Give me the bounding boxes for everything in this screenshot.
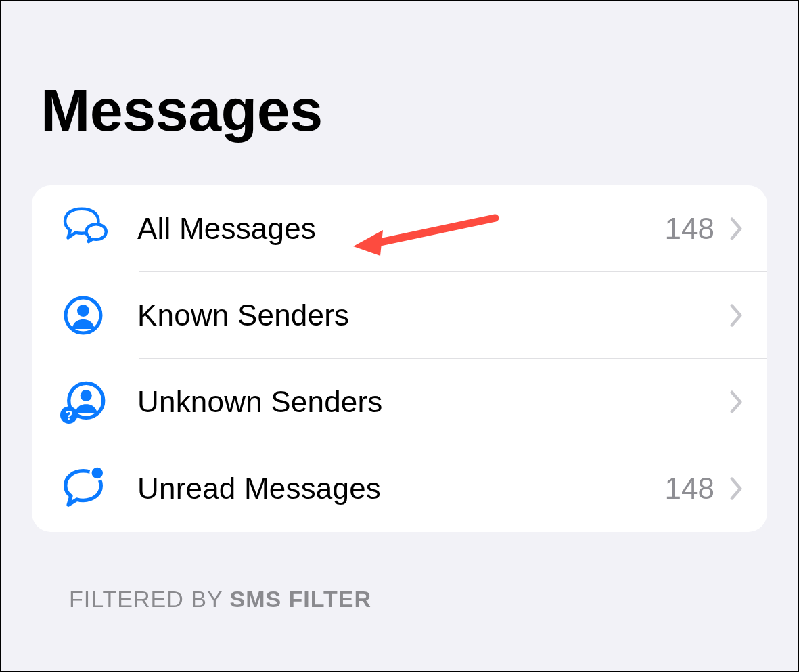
chevron-right-icon bbox=[729, 217, 744, 241]
filter-label: All Messages bbox=[112, 212, 665, 246]
bubble-unread-icon bbox=[55, 460, 112, 517]
filters-card: All Messages 148 Known Senders bbox=[32, 185, 767, 532]
filter-row-all-messages[interactable]: All Messages 148 bbox=[32, 185, 767, 272]
section-footer: FILTERED BY SMS FILTER bbox=[1, 532, 798, 612]
chevron-right-icon bbox=[729, 303, 744, 328]
filter-count: 148 bbox=[665, 472, 729, 506]
svg-point-6 bbox=[91, 466, 104, 480]
page-title: Messages bbox=[1, 1, 798, 145]
filter-label: Unread Messages bbox=[112, 472, 665, 506]
filter-row-known-senders[interactable]: Known Senders bbox=[32, 272, 767, 359]
filter-count: 148 bbox=[665, 212, 729, 246]
filter-label: Known Senders bbox=[112, 298, 714, 332]
svg-text:?: ? bbox=[65, 408, 73, 422]
filter-row-unknown-senders[interactable]: ? Unknown Senders bbox=[32, 359, 767, 445]
person-question-icon: ? bbox=[55, 374, 112, 430]
filter-label: Unknown Senders bbox=[112, 385, 714, 419]
person-circle-icon bbox=[55, 287, 112, 344]
svg-point-3 bbox=[81, 390, 92, 401]
bubbles-icon bbox=[55, 200, 112, 257]
screen: Messages All Messages 148 bbox=[0, 0, 799, 672]
filter-row-unread-messages[interactable]: Unread Messages 148 bbox=[32, 445, 767, 532]
chevron-right-icon bbox=[729, 390, 744, 414]
footer-prefix: FILTERED BY bbox=[69, 586, 229, 612]
chevron-right-icon bbox=[729, 476, 744, 501]
footer-strong: SMS FILTER bbox=[229, 586, 371, 612]
svg-point-1 bbox=[77, 305, 89, 317]
